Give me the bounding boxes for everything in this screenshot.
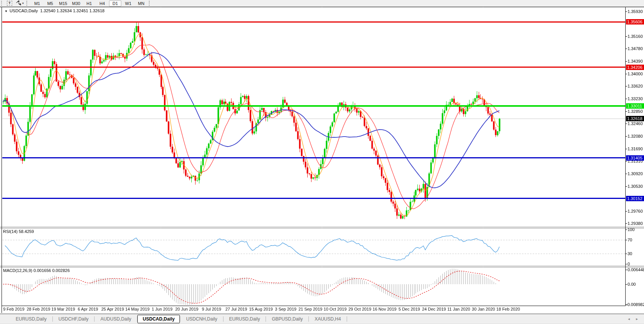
text-label-tool-button[interactable]: T: [5, 0, 14, 6]
rsi-tick-label: 100: [628, 227, 634, 232]
chart-symbol-label: USDCAD,Daily: [10, 8, 38, 13]
toolbar-grip[interactable]: [1, 1, 3, 6]
macd-label: MACD(12,26,9) 0.001656 0.002826: [3, 268, 70, 273]
price-line-label: 1.33011: [626, 103, 644, 109]
price-tick-label: 1.34390: [628, 59, 643, 63]
rsi-tick-label: 30: [628, 251, 632, 256]
mt4-window: T ▾ M1M5M15M30H1H4D1W1MN ▼USDCAD,Daily: [0, 0, 644, 324]
timeframe-m1-button[interactable]: M1: [31, 0, 43, 7]
tab-scroll-left-icon[interactable]: ◂: [628, 317, 630, 321]
current-price-label: 1.32618: [626, 116, 644, 121]
chart-tab-bar: EURUSD,DailyUSDCHF,DailyAUDUSD,DailyUSDC…: [0, 314, 644, 324]
timeframe-mn-button[interactable]: MN: [135, 0, 147, 7]
toolbar-grip[interactable]: [26, 1, 29, 6]
collapse-triangle-icon[interactable]: ▼: [5, 10, 8, 13]
macd-tick-label: -0.008982: [626, 302, 644, 307]
price-tick-label: 1.30920: [628, 171, 643, 176]
date-tick-label: 18 Feb 2020: [493, 307, 523, 311]
price-tick-label: 1.34000: [628, 72, 643, 76]
price-tick-label: 1.35930: [628, 9, 643, 14]
rsi-value: 58.4259: [19, 229, 34, 234]
rsi-name: RSI(14): [3, 229, 18, 234]
price-tick-label: 1.30530: [628, 184, 643, 189]
rsi-tick-label: 0: [628, 262, 630, 266]
price-tick-label: 1.32460: [628, 121, 643, 126]
price-tick-label: 1.34780: [628, 46, 643, 51]
chart-tab-gbpusd-daily[interactable]: GBPUSD,Daily: [266, 315, 308, 323]
price-tick-label: 1.29380: [628, 221, 643, 226]
text-tool-icon: T: [7, 1, 12, 6]
tab-scroll-controls: ◂▸: [628, 317, 638, 321]
timeframe-d1-button[interactable]: D1: [109, 0, 121, 7]
chart-title: ▼USDCAD,Daily 1.32540 1.32634 1.32451 1.…: [5, 8, 104, 13]
timeframe-m30-button[interactable]: M30: [70, 0, 82, 7]
rsi-tick-label: 70: [628, 238, 632, 242]
tab-separator: [347, 316, 347, 322]
macd-values: 0.001656 0.002826: [33, 268, 70, 273]
price-tick-label: 1.32080: [628, 134, 643, 138]
chart-canvas[interactable]: [0, 7, 644, 314]
price-line-label: 1.35606: [626, 19, 644, 24]
chart-tab-usdchf-daily[interactable]: USDCHF,Daily: [53, 315, 95, 323]
timeframe-h4-button[interactable]: H4: [96, 0, 108, 7]
price-tick-label: 1.33620: [628, 84, 643, 88]
arrows-icon: [15, 0, 21, 7]
rsi-label: RSI(14) 58.4259: [3, 229, 34, 234]
arrows-tool-button[interactable]: ▾: [14, 0, 25, 6]
timeframe-m5-button[interactable]: M5: [44, 0, 56, 7]
macd-tick-label: 0.00: [628, 282, 636, 287]
chart-tab-eurusd-daily[interactable]: EURUSD,Daily: [223, 315, 266, 323]
price-tick-label: 1.29760: [628, 209, 643, 213]
timeframe-m15-button[interactable]: M15: [57, 0, 69, 7]
timeframe-group: M1M5M15M30H1H4D1W1MN: [31, 0, 148, 7]
toolbar-grip[interactable]: [149, 1, 151, 6]
price-line-label: 1.34206: [626, 65, 644, 70]
price-tick-label: 1.35160: [628, 34, 643, 39]
chart-tab-usdcad-daily[interactable]: USDCAD,Daily: [137, 315, 180, 323]
price-line-label: 1.31405: [626, 155, 644, 161]
chart-tab-xauusd-h4[interactable]: XAUUSD,H4: [309, 315, 347, 323]
chevron-down-icon: ▾: [22, 2, 24, 5]
chart-tab-audusd-daily[interactable]: AUDUSD,Daily: [95, 315, 137, 323]
macd-tick-label: 0.006448: [628, 267, 644, 272]
tab-scroll-right-icon[interactable]: ▸: [636, 317, 638, 321]
chart-tab-usdcnh-daily[interactable]: USDCNH,Daily: [180, 315, 223, 323]
toolbar: T ▾ M1M5M15M30H1H4D1W1MN: [0, 0, 644, 7]
price-tick-label: 1.32850: [628, 109, 643, 114]
timeframe-w1-button[interactable]: W1: [122, 0, 134, 7]
chart-ohlc-values: 1.32540 1.32634 1.32451 1.32618: [40, 8, 104, 13]
timeframe-h1-button[interactable]: H1: [83, 0, 95, 7]
macd-name: MACD(12,26,9): [3, 268, 32, 273]
price-tick-label: 1.31690: [628, 147, 643, 151]
price-tick-label: 1.33230: [628, 96, 643, 101]
chart-tab-eurusd-daily[interactable]: EURUSD,Daily: [10, 315, 52, 323]
price-line-label: 1.30152: [626, 196, 644, 201]
